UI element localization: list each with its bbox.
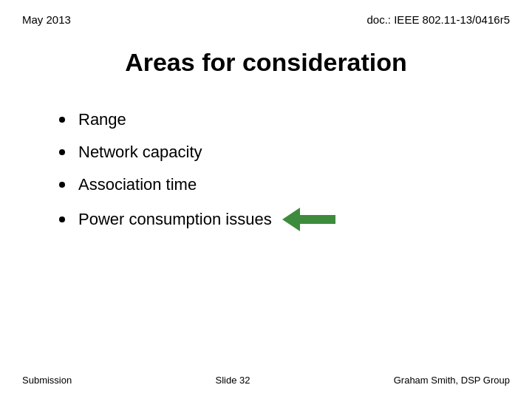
bullet-dot-icon (59, 216, 65, 222)
slide-title: Areas for consideration (22, 48, 510, 77)
bullet-text: Power consumption issues (78, 210, 272, 229)
svg-marker-0 (282, 208, 335, 231)
bullet-dot-icon (59, 149, 65, 155)
slide: May 2013 doc.: IEEE 802.11-13/0416r5 Are… (0, 0, 532, 399)
slide-footer: Submission Slide 32 Graham Smith, DSP Gr… (0, 375, 532, 386)
header-date: May 2013 (22, 13, 71, 26)
slide-header: May 2013 doc.: IEEE 802.11-13/0416r5 (0, 0, 532, 26)
list-item: Range (59, 110, 488, 129)
title-section: Areas for consideration (0, 48, 532, 77)
bullet-dot-icon (59, 182, 65, 188)
bullet-list: RangeNetwork capacityAssociation timePow… (59, 110, 488, 231)
footer-submission: Submission (22, 375, 72, 386)
footer-author: Graham Smith, DSP Group (394, 375, 510, 386)
content-section: RangeNetwork capacityAssociation timePow… (0, 110, 532, 231)
list-item: Association time (59, 175, 488, 194)
bullet-text: Association time (78, 175, 197, 194)
bullet-text: Network capacity (78, 143, 202, 162)
bullet-dot-icon (59, 117, 65, 123)
header-doc: doc.: IEEE 802.11-13/0416r5 (367, 13, 510, 26)
arrow-icon (282, 208, 335, 231)
bullet-text: Range (78, 110, 126, 129)
list-item: Power consumption issues (59, 208, 488, 231)
list-item: Network capacity (59, 143, 488, 162)
footer-slide-number: Slide 32 (215, 375, 250, 386)
